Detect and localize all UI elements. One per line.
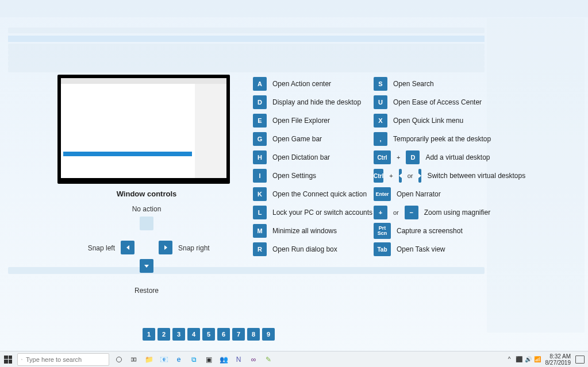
numkey-3[interactable]: 3	[172, 328, 185, 341]
plus-sign: +	[397, 154, 400, 161]
shortcut-desc: Zoom using magnifier	[424, 208, 490, 217]
app-button[interactable]: ✎	[262, 353, 275, 366]
shortcut-desc: Open Action center	[272, 80, 331, 88]
onenote-button[interactable]: N	[232, 353, 245, 366]
shortcut-desc: Open Settings	[272, 172, 316, 180]
tray-icon[interactable]: 📶	[534, 356, 541, 362]
cortana-button[interactable]	[113, 353, 125, 366]
numkey-8[interactable]: 8	[247, 328, 260, 341]
shortcut-desc: Open Task view	[397, 245, 445, 253]
key-e[interactable]: E	[253, 114, 267, 128]
key-k[interactable]: K	[253, 187, 267, 201]
window-controls: Window controls No action Snap left Snap…	[80, 190, 213, 291]
key-minus[interactable]: −	[405, 206, 418, 219]
bg-menubar	[0, 0, 588, 17]
arrow-key-cluster: No action Snap left Snap right Restore	[80, 205, 213, 291]
key-m[interactable]: M	[253, 224, 267, 238]
right-arrow-key[interactable]	[418, 169, 421, 183]
file-explorer-button[interactable]: 📁	[143, 353, 155, 366]
task-view-button[interactable]	[128, 353, 140, 366]
taskview-icon	[131, 357, 137, 362]
taskbar-search[interactable]	[17, 353, 109, 366]
edge-button[interactable]: e	[172, 353, 185, 366]
terminal-button[interactable]: ▣	[202, 353, 215, 366]
bg-row	[8, 44, 485, 49]
start-button[interactable]	[0, 351, 16, 368]
taskbar-right: ^ ⬛ 🔊 📶 8:32 AM 8/27/2019	[508, 353, 588, 366]
key-enter[interactable]: Enter	[374, 187, 391, 201]
triangle-right-icon	[164, 245, 167, 250]
system-tray[interactable]: ⬛ 🔊 📶	[516, 356, 541, 362]
shortcut-desc: Open Search	[393, 80, 434, 88]
key-tab[interactable]: Tab	[374, 242, 391, 256]
numkey-5[interactable]: 5	[202, 328, 215, 341]
search-icon	[21, 357, 22, 362]
key-h[interactable]: H	[253, 150, 267, 164]
triangle-left-icon	[126, 245, 129, 250]
key-comma[interactable]: ,	[374, 132, 387, 146]
key-s[interactable]: S	[374, 77, 387, 91]
no-action-label: No action	[80, 205, 213, 213]
key-l[interactable]: L	[253, 206, 267, 219]
key-plus[interactable]: +	[374, 206, 387, 219]
right-arrow-key[interactable]	[159, 241, 172, 254]
bg-row	[8, 61, 485, 67]
left-arrow-key[interactable]	[399, 169, 402, 183]
clock-date: 8/27/2019	[545, 360, 571, 366]
key-i[interactable]: I	[253, 169, 267, 183]
key-x[interactable]: X	[374, 114, 387, 128]
shortcut-row: Ctrl + D Add a virtual desktop	[374, 148, 523, 167]
key-g[interactable]: G	[253, 132, 267, 146]
triangle-down-icon	[144, 265, 149, 268]
shortcut-row: ,Temporarily peek at the desktop	[374, 130, 523, 148]
svg-rect-3	[134, 358, 136, 361]
triangle-left-icon	[399, 173, 402, 178]
shortcut-row: UOpen Ease of Access Center	[374, 93, 523, 111]
or-text: or	[393, 209, 399, 216]
teams-button[interactable]: 👥	[217, 353, 230, 366]
snap-left-label: Snap left	[80, 244, 115, 252]
window-preview-inner	[61, 78, 226, 178]
taskbar-clock[interactable]: 8:32 AM 8/27/2019	[545, 353, 571, 366]
shortcut-desc: Capture a screenshot	[397, 227, 463, 235]
tray-icon[interactable]: ⬛	[516, 356, 522, 362]
visual-studio-button[interactable]: ∞	[247, 353, 260, 366]
numkey-9[interactable]: 9	[262, 328, 275, 341]
key-prtscn[interactable]: Prt Scn	[374, 223, 391, 239]
down-arrow-key[interactable]	[140, 259, 153, 273]
bg-row	[8, 67, 485, 72]
numkey-2[interactable]: 2	[157, 328, 170, 341]
key-prtscn-l2: Scn	[378, 231, 387, 236]
preview-highlight	[63, 152, 192, 156]
numkey-6[interactable]: 6	[217, 328, 230, 341]
numkey-1[interactable]: 1	[143, 328, 155, 341]
key-ctrl[interactable]: Ctrl	[374, 169, 383, 183]
tray-expand[interactable]: ^	[508, 356, 511, 362]
vscode-button[interactable]: ⧉	[187, 353, 200, 366]
action-center-button[interactable]	[575, 356, 585, 364]
outlook-button[interactable]: 📧	[157, 353, 170, 366]
numkey-4[interactable]: 4	[187, 328, 200, 341]
up-key-disabled	[140, 217, 153, 230]
search-input[interactable]	[26, 356, 105, 363]
shortcut-desc: Open Ease of Access Center	[393, 98, 482, 106]
tray-icon[interactable]: 🔊	[525, 356, 532, 362]
taskbar-center-icons: 📁 📧 e ⧉ ▣ 👥 N ∞ ✎	[113, 353, 275, 366]
key-a[interactable]: A	[253, 77, 267, 91]
key-d[interactable]: D	[406, 150, 420, 164]
number-key-row: 1 2 3 4 5 6 7 8 9	[143, 328, 275, 341]
left-arrow-key[interactable]	[121, 241, 134, 254]
shortcut-row: EnterOpen Narrator	[374, 185, 523, 203]
key-u[interactable]: U	[374, 95, 387, 109]
shortcut-row: SOpen Search	[374, 75, 523, 93]
numkey-7[interactable]: 7	[232, 328, 245, 341]
shortcut-desc: Switch between virtual desktops	[427, 172, 525, 180]
shortcut-desc: Open Game bar	[272, 135, 322, 143]
shortcut-desc: Open Run dialog box	[272, 245, 337, 253]
bg-row	[8, 28, 485, 33]
shortcut-desc: Add a virtual desktop	[425, 153, 490, 161]
key-ctrl[interactable]: Ctrl	[374, 150, 391, 164]
shortcut-desc: Open Dictation bar	[272, 153, 330, 161]
key-r[interactable]: R	[253, 242, 267, 256]
key-d[interactable]: D	[253, 95, 267, 109]
